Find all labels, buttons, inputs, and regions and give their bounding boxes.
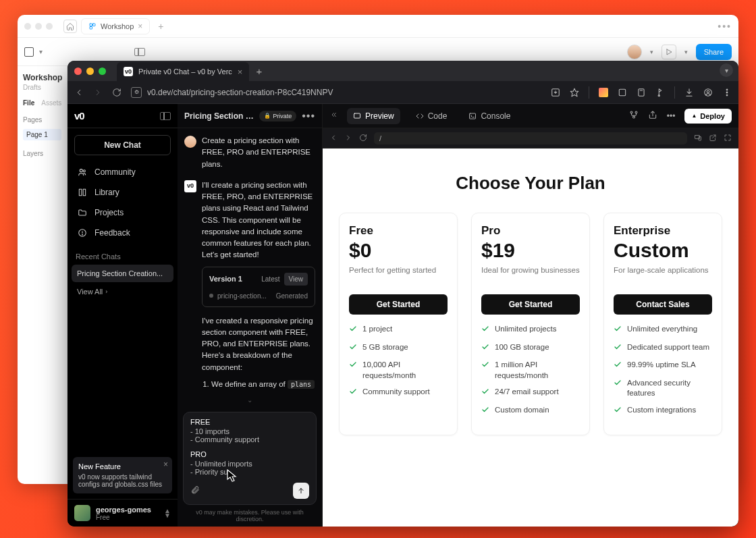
sidebar-item-library[interactable]: Library bbox=[72, 182, 173, 203]
favicon-icon: v0 bbox=[124, 67, 133, 76]
figma-logo-icon[interactable] bbox=[24, 47, 34, 57]
plan-feature: 5 GB storage bbox=[349, 342, 448, 354]
toast-title: New Feature bbox=[78, 462, 167, 470]
input-line: - Priority su bbox=[190, 468, 309, 476]
svg-point-11 bbox=[707, 90, 709, 93]
figma-tab[interactable]: Workshop × bbox=[81, 18, 150, 34]
back-icon[interactable] bbox=[329, 134, 338, 143]
open-external-icon[interactable] bbox=[709, 134, 717, 143]
fork-icon[interactable] bbox=[629, 110, 639, 122]
tab-preview[interactable]: Preview bbox=[347, 108, 400, 124]
plan-cta-button[interactable]: Get Started bbox=[349, 294, 448, 315]
browser-tab[interactable]: v0 Private v0 Chat – v0 by Verc × bbox=[117, 62, 249, 81]
sidebar-item-feedback[interactable]: Feedback bbox=[72, 223, 173, 243]
extension-icon[interactable] bbox=[599, 88, 608, 97]
chevron-down-icon[interactable]: ▾ bbox=[684, 49, 688, 55]
version-card[interactable]: Version 1 Latest View pricing-section...… bbox=[202, 267, 315, 307]
message-text: I'll create a pricing section with FREE,… bbox=[202, 180, 315, 261]
panel-toggle-icon[interactable] bbox=[134, 48, 145, 56]
url-field[interactable]: ⚙ v0.dev/chat/pricing-section-creation-P… bbox=[131, 87, 541, 98]
reload-icon[interactable] bbox=[112, 88, 122, 97]
sidebar-item-community[interactable]: Community bbox=[72, 162, 173, 182]
workspace-subtitle: Drafts bbox=[23, 84, 61, 91]
visibility-badge[interactable]: 🔒Private bbox=[259, 111, 296, 122]
close-icon[interactable]: × bbox=[163, 460, 168, 469]
user-menu[interactable]: georges-gomes Free ▲▼ bbox=[68, 499, 178, 527]
close-icon[interactable]: × bbox=[238, 67, 243, 77]
chevron-down-icon[interactable]: ▾ bbox=[650, 49, 653, 55]
window-traffic-lights[interactable] bbox=[74, 68, 106, 75]
plan-cta-button[interactable]: Get Started bbox=[481, 294, 580, 315]
forward-icon[interactable] bbox=[344, 134, 352, 143]
deploy-button[interactable]: ▲Deploy bbox=[684, 109, 732, 124]
back-icon[interactable] bbox=[74, 88, 84, 97]
plan-feature: Unlimited projects bbox=[481, 324, 580, 336]
plan-feature: 1 project bbox=[349, 324, 448, 336]
check-icon bbox=[481, 325, 489, 336]
assets-tab[interactable]: Assets bbox=[41, 99, 61, 107]
check-icon bbox=[614, 325, 622, 336]
site-info-icon[interactable]: ⚙ bbox=[131, 87, 142, 98]
share-icon[interactable] bbox=[648, 110, 657, 122]
collapse-icon[interactable] bbox=[329, 111, 338, 121]
chat-input[interactable]: FREE - 10 imports - Community support PR… bbox=[183, 412, 317, 505]
extension-icon[interactable] bbox=[637, 88, 646, 97]
chevron-down-icon[interactable]: ▾ bbox=[39, 48, 43, 55]
svg-rect-6 bbox=[619, 89, 625, 95]
status-text: Generated bbox=[276, 291, 308, 301]
more-icon[interactable]: ••• bbox=[718, 21, 732, 32]
chat-messages: Create a pricing section with FREE, PRO … bbox=[178, 128, 322, 408]
recent-chats-label: Recent Chats bbox=[68, 243, 178, 265]
share-button[interactable]: Share bbox=[696, 44, 732, 60]
play-icon[interactable] bbox=[662, 45, 676, 59]
window-traffic-lights[interactable] bbox=[24, 23, 53, 30]
more-icon[interactable]: ••• bbox=[302, 110, 315, 122]
message-text: I've created a responsive pricing sectio… bbox=[202, 315, 315, 373]
chevron-down-icon[interactable]: ⌄ bbox=[247, 395, 252, 405]
download-icon[interactable] bbox=[684, 88, 694, 97]
view-all-link[interactable]: View All › bbox=[68, 282, 178, 301]
reload-icon[interactable] bbox=[359, 134, 367, 143]
avatar[interactable] bbox=[627, 45, 642, 59]
new-tab-icon[interactable]: + bbox=[256, 65, 262, 77]
preview-path[interactable]: / bbox=[374, 132, 687, 144]
fullscreen-icon[interactable] bbox=[724, 134, 732, 143]
install-icon[interactable] bbox=[551, 88, 560, 97]
forward-icon[interactable] bbox=[93, 88, 103, 97]
pricing-title: Choose Your Plan bbox=[339, 173, 722, 194]
bookmark-icon[interactable] bbox=[570, 88, 579, 97]
plan-description: Perfect for getting started bbox=[349, 266, 448, 286]
recent-chat-item[interactable]: Pricing Section Creation... bbox=[72, 265, 173, 282]
sidebar-item-projects[interactable]: Projects bbox=[72, 203, 173, 223]
home-icon[interactable] bbox=[63, 20, 77, 33]
extension-icon[interactable] bbox=[618, 88, 627, 97]
pricing-plan-card: Free $0 Perfect for getting started Get … bbox=[339, 213, 458, 435]
sidebar-tabs[interactable]: File Assets bbox=[23, 99, 61, 107]
profile-icon[interactable] bbox=[703, 88, 713, 97]
minimize-icon[interactable]: ▾ bbox=[720, 63, 733, 77]
plan-cta-button[interactable]: Contact Sales bbox=[614, 294, 712, 315]
new-tab-icon[interactable]: + bbox=[158, 21, 163, 32]
close-icon[interactable]: × bbox=[138, 22, 142, 31]
sidebar-toggle-icon[interactable] bbox=[160, 112, 171, 120]
more-icon[interactable]: ••• bbox=[667, 111, 676, 121]
check-icon bbox=[481, 360, 489, 381]
v0-logo[interactable]: v0 bbox=[74, 110, 84, 122]
library-icon bbox=[77, 188, 88, 197]
svg-rect-22 bbox=[470, 113, 476, 119]
sidebar-item-label: Library bbox=[94, 188, 119, 197]
svg-point-12 bbox=[726, 89, 728, 90]
page-item[interactable]: Page 1 bbox=[23, 129, 61, 140]
file-tab[interactable]: File bbox=[23, 99, 34, 107]
view-button[interactable]: View bbox=[284, 273, 308, 286]
sidebar-item-label: Projects bbox=[94, 208, 124, 217]
menu-icon[interactable] bbox=[722, 88, 732, 97]
responsive-icon[interactable] bbox=[694, 134, 702, 143]
tab-console[interactable]: Console bbox=[462, 108, 516, 124]
extension-icon[interactable] bbox=[655, 88, 665, 97]
tab-code[interactable]: Code bbox=[410, 108, 454, 124]
new-chat-button[interactable]: New Chat bbox=[74, 135, 171, 155]
send-button[interactable] bbox=[293, 483, 309, 499]
attachment-icon[interactable] bbox=[190, 485, 200, 496]
browser-tab-title: Private v0 Chat – v0 by Verc bbox=[138, 68, 232, 76]
